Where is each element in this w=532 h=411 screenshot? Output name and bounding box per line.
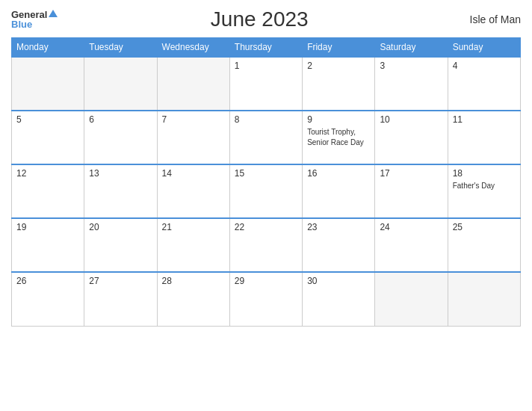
day-number: 1 xyxy=(235,61,297,71)
day-number: 30 xyxy=(307,276,370,286)
header-thursday: Thursday xyxy=(229,38,302,58)
day-cell: 29 xyxy=(229,272,302,326)
day-cell xyxy=(375,272,448,326)
day-cell xyxy=(448,272,520,326)
day-number: 28 xyxy=(162,276,225,286)
day-number: 27 xyxy=(89,276,152,286)
day-cell: 25 xyxy=(448,218,520,272)
day-number: 24 xyxy=(380,222,442,232)
week-row-2: 56789Tourist Trophy, Senior Race Day1011 xyxy=(12,111,521,164)
day-cell: 10 xyxy=(375,111,448,164)
day-cell: 22 xyxy=(229,218,302,272)
day-number: 14 xyxy=(162,168,225,179)
calendar-grid: Monday Tuesday Wednesday Thursday Friday… xyxy=(11,37,521,327)
day-cell: 27 xyxy=(84,272,157,326)
logo-triangle-icon xyxy=(49,10,58,17)
header-friday: Friday xyxy=(303,38,375,58)
day-number: 11 xyxy=(453,114,516,125)
day-cell: 28 xyxy=(157,272,229,326)
day-number: 2 xyxy=(307,61,370,71)
day-number: 29 xyxy=(235,276,297,286)
day-cell: 26 xyxy=(12,272,84,326)
day-cell: 8 xyxy=(229,111,302,164)
header: General Blue June 2023 Isle of Man xyxy=(11,7,521,31)
logo-blue-text: Blue xyxy=(11,19,32,29)
day-cell: 21 xyxy=(157,218,229,272)
week-row-5: 2627282930 xyxy=(12,272,521,326)
day-number: 25 xyxy=(453,222,516,232)
day-cell xyxy=(84,57,157,111)
day-cell: 3 xyxy=(375,57,448,111)
month-title: June 2023 xyxy=(58,7,461,31)
header-monday: Monday xyxy=(12,38,84,58)
day-cell: 12 xyxy=(12,164,84,218)
calendar-container: General Blue June 2023 Isle of Man Monda… xyxy=(0,0,532,411)
day-cell: 9Tourist Trophy, Senior Race Day xyxy=(303,111,375,164)
day-number: 19 xyxy=(16,222,79,232)
day-cell: 30 xyxy=(303,272,375,326)
header-wednesday: Wednesday xyxy=(157,38,229,58)
header-sunday: Sunday xyxy=(448,38,520,58)
week-row-1: 1234 xyxy=(12,57,521,111)
logo: General Blue xyxy=(11,10,58,29)
day-cell: 2 xyxy=(303,57,375,111)
day-cell xyxy=(12,57,84,111)
day-cell: 14 xyxy=(157,164,229,218)
day-cell: 13 xyxy=(84,164,157,218)
day-cell: 1 xyxy=(229,57,302,111)
day-cell: 11 xyxy=(448,111,520,164)
day-number: 7 xyxy=(162,114,225,125)
day-cell: 6 xyxy=(84,111,157,164)
day-number: 13 xyxy=(89,168,152,179)
day-number: 15 xyxy=(235,168,297,179)
header-tuesday: Tuesday xyxy=(84,38,157,58)
day-number: 17 xyxy=(380,168,442,179)
region-label: Isle of Man xyxy=(461,13,521,25)
day-number: 8 xyxy=(235,114,297,125)
day-number: 23 xyxy=(307,222,370,232)
day-number: 12 xyxy=(16,168,79,179)
day-cell: 18Father's Day xyxy=(448,164,520,218)
day-cell xyxy=(157,57,229,111)
day-number: 4 xyxy=(453,61,516,71)
day-cell: 20 xyxy=(84,218,157,272)
day-number: 16 xyxy=(307,168,370,179)
day-cell: 15 xyxy=(229,164,302,218)
day-number: 26 xyxy=(16,276,79,286)
week-row-4: 19202122232425 xyxy=(12,218,521,272)
day-number: 9 xyxy=(307,114,370,125)
event-label: Father's Day xyxy=(453,182,495,190)
day-cell: 24 xyxy=(375,218,448,272)
week-row-3: 12131415161718Father's Day xyxy=(12,164,521,218)
day-cell: 16 xyxy=(303,164,375,218)
day-number: 21 xyxy=(162,222,225,232)
day-cell: 5 xyxy=(12,111,84,164)
day-cell: 17 xyxy=(375,164,448,218)
day-number: 18 xyxy=(453,168,516,179)
day-number: 3 xyxy=(380,61,442,71)
day-number: 22 xyxy=(235,222,297,232)
event-label: Tourist Trophy, Senior Race Day xyxy=(307,128,364,146)
day-cell: 23 xyxy=(303,218,375,272)
header-saturday: Saturday xyxy=(375,38,448,58)
day-number: 6 xyxy=(89,114,152,125)
day-number: 5 xyxy=(16,114,79,125)
weekday-header-row: Monday Tuesday Wednesday Thursday Friday… xyxy=(12,38,521,58)
day-cell: 7 xyxy=(157,111,229,164)
day-cell: 4 xyxy=(448,57,520,111)
day-cell: 19 xyxy=(12,218,84,272)
day-number: 10 xyxy=(380,114,442,125)
day-number: 20 xyxy=(89,222,152,232)
